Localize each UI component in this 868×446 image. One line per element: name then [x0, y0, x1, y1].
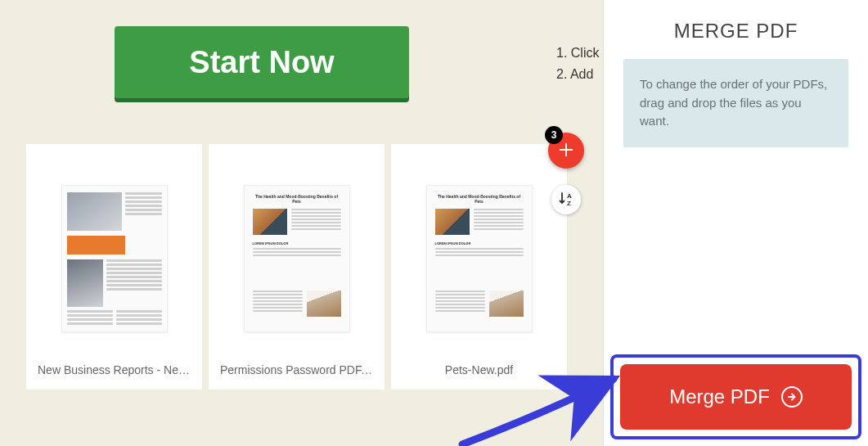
instruction-item: 2. Add [556, 67, 599, 82]
instruction-item: 1. Click [556, 46, 599, 61]
float-controls: 3 A Z [548, 133, 584, 214]
file-card[interactable]: The Health and Mood-Boosting Benefits of… [209, 144, 385, 390]
file-label: Pets-New.pdf [396, 363, 562, 376]
thumb-title: The Health and Mood-Boosting Benefits of… [253, 194, 341, 204]
merge-button-highlight: Merge PDF [610, 354, 861, 439]
tip-box: To change the order of your PDFs, drag a… [623, 59, 848, 147]
sidebar-title: MERGE PDF [604, 20, 868, 43]
merge-pdf-button[interactable]: Merge PDF [620, 364, 852, 430]
tip-text: To change the order of your PDFs, drag a… [640, 77, 827, 128]
arrow-right-circle-icon [781, 386, 803, 408]
sort-alpha-icon: A Z [558, 191, 574, 209]
sort-alpha-button[interactable]: A Z [551, 185, 581, 214]
file-count-badge: 3 [545, 126, 563, 144]
svg-text:Z: Z [567, 200, 571, 207]
file-card[interactable]: The Health and Mood-Boosting Benefits of… [391, 144, 567, 390]
instruction-list: 1. Click 2. Add [556, 46, 599, 88]
file-label: Permissions Password PDF.pdf [214, 363, 380, 376]
thumb-title: The Health and Mood-Boosting Benefits of… [435, 194, 524, 204]
file-grid: New Business Reports - New F… The Health… [26, 144, 567, 390]
start-now-label: Start Now [189, 45, 334, 79]
file-card[interactable]: New Business Reports - New F… [26, 144, 202, 390]
svg-text:A: A [567, 192, 572, 200]
main-area: Start Now 1. Click 2. Add [0, 0, 603, 446]
file-thumbnail: The Health and Mood-Boosting Benefits of… [244, 185, 350, 332]
merge-button-label: Merge PDF [669, 385, 770, 408]
plus-icon [558, 139, 574, 162]
start-now-button[interactable]: Start Now [115, 26, 409, 98]
file-thumbnail: The Health and Mood-Boosting Benefits of… [426, 185, 533, 332]
file-label: New Business Reports - New F… [31, 363, 197, 376]
file-thumbnail [61, 185, 168, 332]
add-file-button[interactable]: 3 [548, 133, 584, 169]
sidebar: MERGE PDF To change the order of your PD… [603, 0, 868, 446]
